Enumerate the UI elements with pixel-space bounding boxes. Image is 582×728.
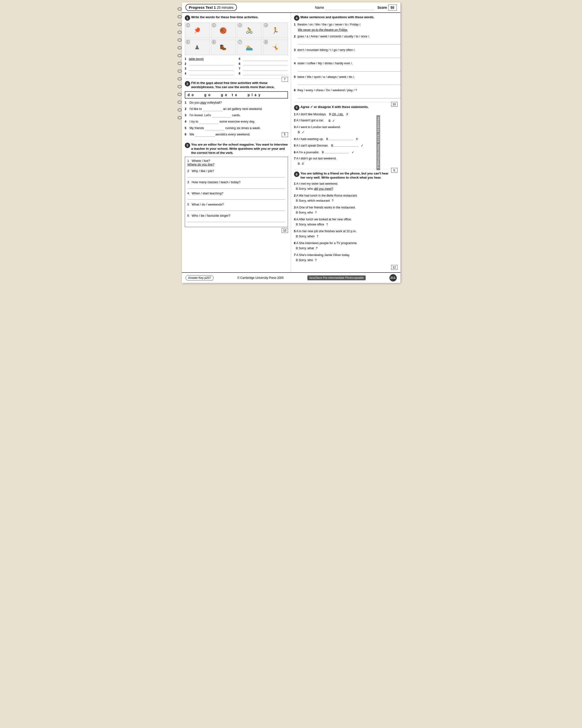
- section-3-number: 3: [185, 143, 190, 148]
- s5-item-4: 4 A I hate washing up. B X: [294, 137, 398, 141]
- section-2-score: 5: [282, 132, 288, 137]
- page-footer: Answer Key p207 © Cambridge University P…: [182, 272, 400, 283]
- s6-item-4: 4 A After lunch we looked at her new off…: [294, 217, 398, 227]
- interview-box: 1 Where / live? Where do you live? 2 Why…: [185, 157, 288, 227]
- s5-item-5: 5 A I can't speak German. B ✓: [294, 143, 398, 148]
- score-box: 50: [388, 5, 397, 10]
- section-3-instruction: You are an editor for the school magazin…: [191, 143, 288, 155]
- image-3: 3: [237, 23, 262, 38]
- title-text: Progress Test 1: [189, 5, 216, 9]
- section-5: 5 Agree ✓ or disagree X with these state…: [294, 105, 398, 166]
- s4-item-1: 1 theatre / on / We / the / go / never /…: [294, 23, 398, 32]
- basketball-icon: [220, 27, 227, 34]
- section-4-number: 4: [294, 15, 299, 21]
- pingpong-icon: [194, 27, 201, 34]
- page-number: 211: [389, 274, 397, 282]
- header-title-area: Progress Test 1 25 minutes: [185, 4, 237, 11]
- image-5: 5: [185, 39, 210, 55]
- s2-item-2: 2 I'd like to an art gallery next weeken…: [185, 107, 288, 111]
- answer-1: 1 table tennis: [185, 57, 234, 61]
- answer-5: 5: [239, 57, 288, 61]
- s2-item-6: 6 We aerobics every weekend. 5: [185, 132, 288, 137]
- section-4-list: 1 theatre / on / We / the / go / never /…: [294, 23, 398, 100]
- section-1-header: 1 Write the words for these free-time ac…: [185, 15, 288, 21]
- s5-item-6: 6 A I'm a journalist. B ✓: [294, 150, 398, 155]
- answer-key-text: Answer Key p207: [188, 276, 211, 280]
- answer-8: 8: [239, 72, 288, 76]
- score-label: Score: [378, 6, 387, 9]
- right-column: 4 Make sentences and questions with thes…: [291, 13, 400, 272]
- section-6-number: 6: [294, 172, 299, 177]
- section-5-instruction: Agree ✓ or disagree X with these stateme…: [301, 105, 369, 109]
- s2-item-1: 1 Do you play volleyball?: [185, 101, 288, 105]
- s6-item-7: 7 A She's interviewing Jamie Oliver toda…: [294, 253, 398, 263]
- answer-4: 4: [185, 72, 234, 76]
- s3-item-4: 4 When / start teaching?: [187, 191, 285, 200]
- s4-item-2: 2 goes / a / Anna / week / concerts / us…: [294, 34, 398, 46]
- spiral-binding: [177, 2, 182, 283]
- image-6: 6: [211, 39, 236, 55]
- section-6-list: 1 A I met my sister last weekend. B Sorr…: [294, 182, 398, 263]
- hiking-icon: [220, 44, 227, 51]
- image-2: 2: [211, 23, 236, 38]
- section-6: 6 You are talking to a friend on the pho…: [294, 172, 398, 263]
- section-4-score: 10: [391, 102, 398, 107]
- s5-item-3: 3 A I went to London last weekend. B ✓: [294, 125, 398, 135]
- face2face-badge: face2face Pre-intermediate Photocopiable: [307, 276, 365, 280]
- score-area: Score 50: [378, 5, 397, 10]
- name-input-line[interactable]: [325, 5, 374, 10]
- s5-item-7: 7 A I didn't go out last weekend. B X: [294, 157, 398, 166]
- section-1: 1 Write the words for these free-time ac…: [185, 15, 288, 76]
- name-area: Name: [315, 5, 374, 10]
- s6-item-6: 6 A She interviews people for a TV progr…: [294, 241, 398, 251]
- s3-item-6: 6 Who / be / favourite singer?: [187, 214, 285, 222]
- section-2-list: 1 Do you play volleyball? 2 I'd like to …: [185, 101, 288, 137]
- section-6-score: 12: [391, 265, 398, 270]
- image-1: 1: [185, 23, 210, 38]
- section-3: 3 You are an editor for the school magaz…: [185, 143, 288, 227]
- s4-item-5: 5 twice / We / sport / a / always / week…: [294, 75, 398, 86]
- section-5-header: 5 Agree ✓ or disagree X with these state…: [294, 105, 391, 110]
- section-1-score: 7: [282, 77, 288, 82]
- left-column: 1 Write the words for these free-time ac…: [182, 13, 291, 272]
- s3-item-1: 1 Where / live? Where do you live?: [187, 159, 285, 166]
- section-4-header: 4 Make sentences and questions with thes…: [294, 15, 398, 21]
- section-2-header: 2 Fill in the gaps about free time activ…: [185, 81, 282, 89]
- name-label: Name: [315, 6, 324, 9]
- answer-2: 2: [185, 62, 234, 66]
- answer-3: 3: [185, 67, 234, 71]
- chess-icon: [195, 44, 200, 51]
- s2-item-5: 5 My friends running six times a week.: [185, 126, 288, 130]
- s3-item-3: 3 How many classes / teach / today?: [187, 180, 285, 188]
- section-3-score: 10: [282, 228, 288, 233]
- section-5-number: 5: [294, 105, 299, 110]
- image-8: 8: [263, 39, 288, 55]
- images-grid: 1 2 3 4 5: [185, 23, 288, 55]
- word-box: do go go to play: [185, 91, 288, 99]
- s5-item-2: 2 A I haven't got a car. B ✓: [294, 119, 398, 123]
- page-header: Progress Test 1 25 minutes Name Score 50: [182, 2, 400, 13]
- s6-item-1: 1 A I met my sister last weekend. B Sorr…: [294, 182, 398, 191]
- score-value: 50: [390, 6, 394, 9]
- section-6-header: 6 You are talking to a friend on the pho…: [294, 172, 391, 180]
- header-right-area: Name Score 50: [315, 5, 397, 10]
- section-4-instruction: Make sentences and questions with these …: [301, 15, 374, 19]
- minutes-text: 25 minutes: [217, 6, 233, 9]
- s4-item-4: 4 sister / coffee / My / drinks / hardly…: [294, 61, 398, 73]
- section-2-number: 2: [185, 81, 190, 86]
- right-edge-label: PROGRESS TESTS: PHOTOCOPIABLE: [376, 115, 380, 170]
- s6-item-5: 5 A In her new job she finishes work at …: [294, 229, 398, 239]
- section-6-instruction: You are talking to a friend on the phone…: [301, 172, 391, 180]
- s4-item-6: 6 they / every / chess / Do / weekend / …: [294, 88, 398, 100]
- image-4: 4: [263, 23, 288, 38]
- s2-item-3: 3 I'm bored. Let's cards.: [185, 113, 288, 118]
- section-2-instruction: Fill in the gaps about free time activit…: [191, 81, 282, 89]
- s5-item-1: 1 A I don't like Mondays. B Oh, I do. X: [294, 112, 398, 117]
- section-5-list: 1 A I don't like Mondays. B Oh, I do. X …: [294, 112, 398, 166]
- test-title: Progress Test 1 25 minutes: [185, 4, 237, 11]
- s3-item-5: 5 What / do / weekends?: [187, 203, 285, 211]
- s4-item-3: 3 don't / mountain biking / I / go / ver…: [294, 48, 398, 59]
- section-1-number: 1: [185, 15, 190, 21]
- answer-key-link[interactable]: Answer Key p207: [185, 275, 214, 281]
- running-icon: [272, 27, 279, 34]
